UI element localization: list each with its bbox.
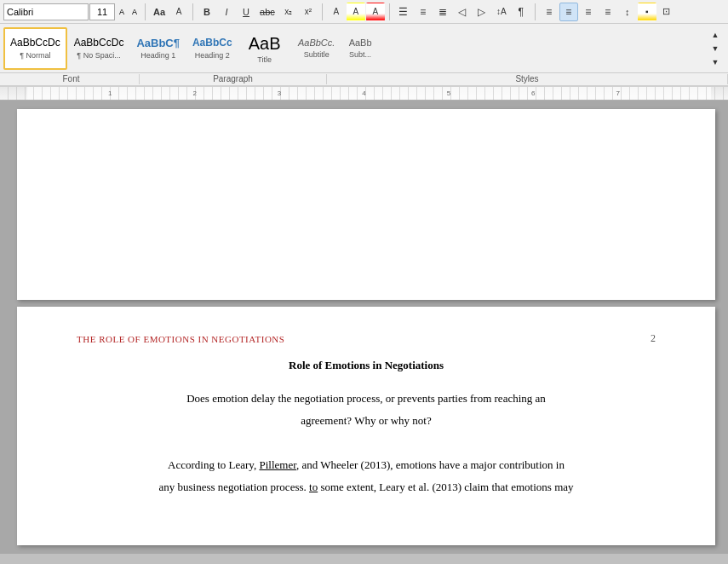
decrease-indent-btn[interactable]: ◁ xyxy=(453,3,472,21)
styles-more-btn[interactable]: ▼ xyxy=(706,55,725,69)
change-case-btn[interactable]: Aa xyxy=(150,3,169,21)
align-right-btn[interactable]: ≡ xyxy=(579,3,598,21)
pillemer-underline: Pillemer xyxy=(260,458,297,471)
style-no-spacing-label: ¶ No Spaci... xyxy=(77,51,120,60)
style-heading1-preview: AaBbC¶ xyxy=(136,37,180,50)
to-underline: to xyxy=(309,481,318,493)
increase-indent-btn[interactable]: ▷ xyxy=(473,3,491,21)
page-number: 2 xyxy=(651,332,656,345)
section-labels-row: Font Paragraph Styles xyxy=(0,73,728,87)
style-subtle-preview: AaBb xyxy=(349,37,372,49)
font-size-decrease-btn[interactable]: A xyxy=(129,3,140,20)
align-left-btn[interactable]: ≡ xyxy=(540,3,559,21)
ruler-mark-5: 5 xyxy=(447,89,450,97)
style-no-spacing-preview: AaBbCcDc xyxy=(74,37,124,49)
ruler-mark-4: 4 xyxy=(362,89,365,97)
ruler-mark-3: 3 xyxy=(278,89,281,97)
style-subtle-label: Subt... xyxy=(349,50,371,59)
text-format-buttons: B I U abc x₂ x² xyxy=(198,3,318,21)
style-heading1-label: Heading 1 xyxy=(140,51,175,60)
document-title: Role of Emotions in Negotiations xyxy=(77,359,656,372)
justify-btn[interactable]: ≡ xyxy=(599,3,617,21)
ruler-mark-7: 7 xyxy=(616,89,620,97)
color-buttons: A A A xyxy=(327,3,385,21)
style-heading2-label: Heading 2 xyxy=(195,51,230,60)
font-size-increase-btn[interactable]: A xyxy=(116,3,128,20)
font-size-input[interactable] xyxy=(89,3,115,20)
style-subtitle-label: Subtitle xyxy=(304,50,330,59)
style-subtitle-preview: AaBbCc. xyxy=(298,37,335,49)
paragraph2-line2: any business negotiation process. to som… xyxy=(77,476,656,498)
sep1 xyxy=(145,3,146,20)
style-normal-preview: AaBbCcDc xyxy=(10,37,60,49)
paragraph2-pre-pillemer: According to Leary, xyxy=(168,458,259,471)
alignment-buttons: ≡ ≡ ≡ ≡ ↕ ▪ ⊡ xyxy=(540,3,676,21)
show-formatting-btn[interactable]: ¶ xyxy=(512,3,530,21)
ruler-mark-1: 1 xyxy=(108,89,112,97)
multilevel-list-btn[interactable]: ≣ xyxy=(433,3,452,21)
line-spacing-btn[interactable]: ↕ xyxy=(618,3,637,21)
style-heading1[interactable]: AaBbC¶ Heading 1 xyxy=(130,27,186,70)
paragraph2-post-pillemer: , and Wheeler (2013), emotions have a ma… xyxy=(296,458,565,471)
borders-btn[interactable]: ⊡ xyxy=(657,3,676,21)
page-1 xyxy=(17,109,715,300)
styles-scroll-down[interactable]: ▼ xyxy=(706,42,725,55)
style-heading2-preview: AaBbCc xyxy=(192,37,232,49)
styles-section-label: Styles xyxy=(327,74,728,84)
text-effects-btn[interactable]: A xyxy=(327,3,346,21)
running-head: THE ROLE OF EMOTIONS IN NEGOTIATIONS xyxy=(77,334,284,344)
ruler: 1 2 3 4 5 6 7 xyxy=(0,87,728,101)
document-body[interactable]: Does emotion delay the negotiation proce… xyxy=(77,388,656,498)
subscript-btn[interactable]: x₂ xyxy=(279,3,298,21)
numbering-btn[interactable]: ≡ xyxy=(414,3,433,21)
strikethrough-btn[interactable]: abc xyxy=(256,3,278,21)
styles-row: AaBbCcDc ¶ Normal AaBbCcDc ¶ No Spaci...… xyxy=(0,24,728,73)
sort-btn[interactable]: ↕A xyxy=(492,3,511,21)
paragraph1-line1: Does emotion delay the negotiation proce… xyxy=(77,388,656,410)
style-title-label: Title xyxy=(257,55,272,64)
style-subtle[interactable]: AaBb Subt... xyxy=(343,27,378,70)
paragraph1-line2: agreement? Why or why not? xyxy=(77,410,656,432)
paragraph2: According to Leary, Pillemer, and Wheele… xyxy=(77,454,656,476)
ruler-mark-6: 6 xyxy=(531,89,535,97)
ribbon-row1: A A Aa A B I U abc x₂ x² A A A ☰ xyxy=(0,0,728,24)
styles-scroll-up[interactable]: ▲ xyxy=(706,28,725,42)
sep5 xyxy=(535,3,536,20)
paragraph-buttons: ☰ ≡ ≣ ◁ ▷ ↕A ¶ xyxy=(394,3,530,21)
highlight-color-btn[interactable]: A xyxy=(347,3,365,21)
ruler-mark-2: 2 xyxy=(192,89,196,97)
bullets-btn[interactable]: ☰ xyxy=(394,3,413,21)
ribbon: A A Aa A B I U abc x₂ x² A A A ☰ xyxy=(0,0,728,87)
font-name-input[interactable] xyxy=(3,3,89,20)
paragraph-section-label: Paragraph xyxy=(140,74,327,84)
shading-btn[interactable]: ▪ xyxy=(638,3,656,21)
page-2[interactable]: THE ROLE OF EMOTIONS IN NEGOTIATIONS 2 R… xyxy=(17,307,715,545)
font-section-label: Font xyxy=(3,74,140,84)
italic-btn[interactable]: I xyxy=(217,3,236,21)
sep4 xyxy=(389,3,390,20)
style-title[interactable]: AaB Title xyxy=(239,27,290,70)
style-subtitle[interactable]: AaBbCc. Subtitle xyxy=(291,27,342,70)
sep2 xyxy=(192,3,193,20)
sep3 xyxy=(322,3,323,20)
style-title-preview: AaB xyxy=(249,33,281,54)
font-color-btn[interactable]: A xyxy=(366,3,385,21)
paragraph2-line2-pre: any business negotiation process. xyxy=(158,481,309,493)
style-heading2[interactable]: AaBbCc Heading 2 xyxy=(186,27,238,70)
clear-format-btn[interactable]: A xyxy=(169,3,188,21)
style-no-spacing[interactable]: AaBbCcDc ¶ No Spaci... xyxy=(68,27,130,70)
format-buttons: Aa A xyxy=(150,3,188,21)
ruler-numbers: 1 2 3 4 5 6 7 xyxy=(0,89,728,97)
superscript-btn[interactable]: x² xyxy=(299,3,318,21)
document-area: THE ROLE OF EMOTIONS IN NEGOTIATIONS 2 R… xyxy=(0,101,728,554)
bold-btn[interactable]: B xyxy=(198,3,216,21)
paragraph2-line2-post: some extent, Leary et al. (2013) claim t… xyxy=(318,481,573,493)
font-controls: A A xyxy=(3,3,140,20)
style-normal-label: ¶ Normal xyxy=(20,51,50,60)
underline-btn[interactable]: U xyxy=(237,3,255,21)
align-center-btn[interactable]: ≡ xyxy=(559,3,578,21)
page-header: THE ROLE OF EMOTIONS IN NEGOTIATIONS 2 xyxy=(77,332,656,345)
style-normal[interactable]: AaBbCcDc ¶ Normal xyxy=(3,27,67,70)
styles-scroll: ▲ ▼ ▼ xyxy=(706,28,725,69)
